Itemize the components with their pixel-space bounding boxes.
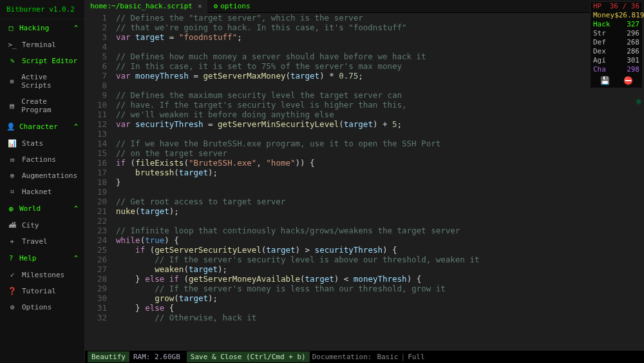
line-number: 32	[85, 313, 116, 322]
line-content: nuke(target);	[116, 206, 179, 216]
stats-hud: HP36 / 36Money$26.819bHack327Str296Def26…	[590, 1, 643, 88]
tab-script[interactable]: home:~/basic_hack.script ×	[85, 0, 207, 13]
sidebar-item-augmentations[interactable]: ⊕Augmentations	[0, 168, 84, 184]
code-line[interactable]: 32 // Otherwise, hack it	[85, 313, 644, 322]
line-content: // on the target server	[116, 148, 227, 158]
sidebar-item-label: Script Editor	[22, 57, 77, 65]
corner-eye-icon[interactable]: ◉	[636, 95, 641, 106]
code-line[interactable]: 12var securityThresh = getServerMinSecur…	[85, 119, 644, 129]
sidebar-item-travel[interactable]: ✈Travel	[0, 233, 84, 250]
hud-save-icon[interactable]: 💾	[600, 76, 610, 85]
line-number: 13	[85, 129, 116, 139]
active-scripts-icon: ≡	[8, 77, 16, 86]
line-content: // Defines the "target server", which is…	[116, 13, 363, 23]
code-line[interactable]: 31 } else {	[85, 303, 644, 313]
sidebar-item-tutorial[interactable]: ❓Tutorial	[0, 283, 84, 299]
code-line[interactable]: 6// In this case, it is set to 75% of th…	[85, 61, 644, 71]
milestones-icon: ✓	[8, 271, 17, 279]
doc-label: Documentation:	[310, 353, 375, 361]
tab-close-icon[interactable]: ×	[198, 2, 202, 10]
code-line[interactable]: 21nuke(target);	[85, 206, 644, 216]
code-line[interactable]: 29 // If the server's money is less than…	[85, 284, 644, 293]
hud-key: Def	[593, 38, 606, 47]
sidebar-item-label: Options	[22, 303, 52, 311]
beautify-button[interactable]: Beautify	[88, 351, 129, 362]
line-number: 24	[85, 235, 116, 245]
code-line[interactable]: 15// on the target server	[85, 148, 644, 158]
code-line[interactable]: 24while(true) {	[85, 235, 644, 245]
code-line[interactable]: 20// Get root access to target server	[85, 197, 644, 206]
hud-value: 268	[627, 38, 639, 47]
code-line[interactable]: 1// Defines the "target server", which i…	[85, 13, 644, 23]
code-line[interactable]: 10// have. If the target's security leve…	[85, 100, 644, 110]
doc-separator: |	[401, 353, 406, 361]
sidebar-section-character[interactable]: 👤Character^	[0, 118, 84, 135]
line-content: if (fileExists("BruteSSH.exe", "home")) …	[116, 158, 315, 168]
sidebar-item-script-editor[interactable]: ✎Script Editor	[0, 53, 84, 69]
sidebar-item-city[interactable]: 🏙City	[0, 217, 84, 233]
sidebar-item-hacknet[interactable]: ⌗Hacknet	[0, 184, 84, 200]
sidebar-section-hacking[interactable]: □Hacking^	[0, 19, 84, 37]
sidebar-item-terminal[interactable]: >_Terminal	[0, 37, 84, 53]
doc-basic-link[interactable]: Basic	[374, 353, 401, 361]
line-number: 15	[85, 148, 116, 158]
save-close-button[interactable]: Save & Close (Ctrl/Cmd + b)	[187, 351, 310, 362]
sidebar-item-options[interactable]: ⚙Options	[0, 299, 84, 315]
code-line[interactable]: 26 // If the server's security level is …	[85, 255, 644, 264]
line-content: // Get root access to target server	[116, 197, 285, 206]
code-line[interactable]: 2// that we're going to hack. In this ca…	[85, 23, 644, 32]
code-line[interactable]: 4	[85, 42, 644, 52]
sidebar-item-milestones[interactable]: ✓Milestones	[0, 267, 84, 283]
hud-row-hp: HP36 / 36	[591, 2, 642, 11]
code-line[interactable]: 11// we'll weaken it before doing anythi…	[85, 110, 644, 119]
sidebar-item-create-program[interactable]: ▤Create Program	[0, 93, 84, 118]
code-line[interactable]: 16if (fileExists("BruteSSH.exe", "home")…	[85, 158, 644, 168]
code-line[interactable]: 22	[85, 216, 644, 226]
code-line[interactable]: 27 weaken(target);	[85, 264, 644, 274]
code-line[interactable]: 25 if (getServerSecurityLevel(target) > …	[85, 245, 644, 255]
line-number: 23	[85, 226, 116, 235]
line-number: 28	[85, 274, 116, 284]
sidebar-item-label: Augmentations	[22, 172, 77, 180]
code-line[interactable]: 28 } else if (getServerMoneyAvailable(ta…	[85, 274, 644, 284]
sidebar-section-help[interactable]: ?Help^	[0, 250, 84, 267]
code-line[interactable]: 14// If we have the BruteSSH.exe program…	[85, 139, 644, 148]
hud-kill-icon[interactable]: ⛔	[623, 76, 633, 85]
doc-full-link[interactable]: Full	[405, 353, 428, 361]
line-number: 5	[85, 52, 116, 61]
code-line[interactable]: 13	[85, 129, 644, 139]
hud-key: HP	[593, 2, 601, 11]
hud-value: 36 / 36	[610, 2, 639, 11]
line-content: // Otherwise, hack it	[116, 313, 256, 322]
code-line[interactable]: 9// Defines the maximum security level t…	[85, 90, 644, 100]
sidebar-item-label: Milestones	[22, 271, 64, 279]
ram-usage: RAM: 2.60GB	[129, 353, 184, 361]
line-number: 30	[85, 293, 116, 303]
hud-key: Str	[593, 29, 606, 38]
line-number: 27	[85, 264, 116, 274]
hud-value: 301	[627, 56, 639, 65]
code-editor[interactable]: 1// Defines the "target server", which i…	[85, 13, 644, 351]
editor-pane: home:~/basic_hack.script × ⚙ options 1//…	[85, 0, 644, 351]
help-icon: ?	[6, 254, 15, 262]
line-number: 7	[85, 71, 116, 81]
code-line[interactable]: 7var moneyThresh = getServerMaxMoney(tar…	[85, 71, 644, 81]
hud-key: Cha	[593, 65, 606, 74]
code-line[interactable]: 18}	[85, 177, 644, 187]
code-line[interactable]: 5// Defines how much money a server shou…	[85, 52, 644, 61]
code-line[interactable]: 3var target = "foodnstuff";	[85, 32, 644, 42]
sidebar-item-stats[interactable]: 📊Stats	[0, 135, 84, 152]
hud-key: Agi	[593, 56, 606, 65]
sidebar-section-world[interactable]: ◍World^	[0, 200, 84, 217]
code-line[interactable]: 17 brutessh(target);	[85, 168, 644, 177]
code-line[interactable]: 19	[85, 187, 644, 197]
hud-value: $26.819b	[614, 11, 644, 20]
code-line[interactable]: 30 grow(target);	[85, 293, 644, 303]
editor-options-button[interactable]: ⚙ options	[209, 2, 256, 10]
code-line[interactable]: 23// Infinite loop that continously hack…	[85, 226, 644, 235]
line-number: 25	[85, 245, 116, 255]
line-content: // Defines the maximum security level th…	[116, 90, 402, 100]
sidebar-item-factions[interactable]: ✉Factions	[0, 152, 84, 168]
code-line[interactable]: 8	[85, 81, 644, 90]
sidebar-item-active-scripts[interactable]: ≡Active Scripts	[0, 69, 84, 93]
